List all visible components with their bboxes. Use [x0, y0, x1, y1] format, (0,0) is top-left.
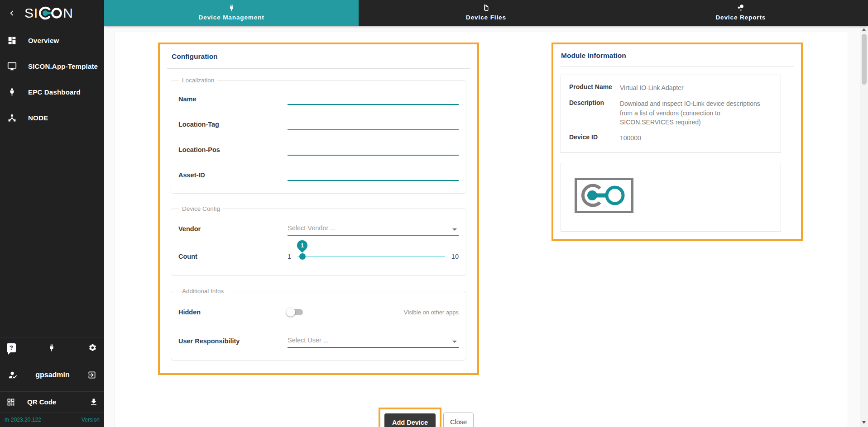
asset-id-input[interactable] — [288, 169, 459, 181]
form-row-asset-id: Asset-ID — [178, 162, 459, 188]
name-input[interactable] — [288, 93, 459, 105]
monitor-icon — [6, 61, 17, 72]
location-pos-label: Location-Pos — [178, 146, 288, 153]
tab-device-files[interactable]: Device Files — [359, 0, 613, 26]
content-area: Configuration Localization Name Location… — [104, 26, 868, 427]
module-row-description: Description Download and inspect IO-Link… — [569, 99, 772, 127]
bubble-chart-icon — [737, 3, 745, 12]
vendor-placeholder: Select Vendor ... — [288, 224, 336, 232]
tab-label: Device Management — [199, 14, 264, 21]
version-label: Version — [82, 417, 100, 423]
logo-text-right: N — [63, 6, 73, 20]
vendor-select[interactable]: Select Vendor ... — [288, 222, 459, 236]
form-row-location-pos: Location-Pos — [178, 137, 459, 162]
sidebar-header: SI N — [0, 0, 104, 26]
sidebar-utility-row: ? — [0, 337, 104, 358]
plug-icon — [228, 3, 235, 12]
divider — [561, 66, 794, 66]
sidebar-item-epc-dashboard[interactable]: EPC Dashboard — [0, 79, 104, 105]
module-logo — [575, 178, 633, 213]
add-device-button[interactable]: Add Device — [384, 413, 436, 427]
localization-fieldset: Localization Name Location-Tag Location-… — [171, 77, 466, 194]
sidebar-item-label: NODE — [28, 114, 48, 122]
version-row: m-2023.20.122 Version — [0, 412, 104, 427]
hidden-label: Hidden — [178, 308, 288, 316]
tabbar: Device Management Device Files Device Re… — [104, 0, 868, 26]
module-info-card: Product Name Virtual IO-Link Adapter Des… — [561, 75, 781, 153]
user-check-icon — [7, 370, 18, 380]
tab-device-management[interactable]: Device Management — [104, 0, 359, 26]
vertical-scrollbar[interactable] — [860, 26, 868, 427]
help-icon[interactable]: ? — [7, 343, 16, 352]
product-name-label: Product Name — [569, 83, 620, 92]
additional-infos-fieldset: Additional Infos Hidden Visible on other… — [171, 288, 466, 361]
device-hub-icon — [6, 113, 17, 123]
download-icon[interactable] — [89, 397, 99, 407]
form-row-hidden: Hidden Visible on other apps — [178, 297, 459, 327]
form-row-name: Name — [178, 86, 459, 112]
count-label: Count — [178, 253, 288, 260]
sidebar: SI N Overview SIC — [0, 0, 104, 427]
name-label: Name — [178, 95, 288, 103]
location-pos-input[interactable] — [288, 144, 459, 156]
device-id-label: Device ID — [569, 133, 620, 142]
qr-code-icon — [5, 397, 16, 408]
divider — [167, 68, 470, 69]
slider-value: 1 — [297, 240, 307, 251]
scroll-down-arrow-icon[interactable] — [862, 421, 866, 424]
app-root: SI N Overview SIC — [0, 0, 868, 427]
vendor-label: Vendor — [178, 225, 288, 232]
module-row-device-id: Device ID 100000 — [569, 133, 772, 142]
plug-icon[interactable] — [47, 343, 57, 353]
device-config-legend: Device Config — [179, 205, 223, 212]
module-row-product-name: Product Name Virtual IO-Link Adapter — [569, 83, 772, 92]
description-value: Download and inspect IO-Link device desc… — [620, 99, 772, 127]
slider-thumb[interactable] — [299, 253, 306, 260]
sidebar-item-label: Overview — [28, 37, 59, 44]
sicon-logo-mark-icon — [38, 5, 62, 21]
tab-device-reports[interactable]: Device Reports — [614, 0, 868, 26]
description-label: Description — [569, 99, 620, 127]
user-select[interactable]: Select User ... — [288, 334, 459, 348]
additional-infos-legend: Additional Infos — [179, 288, 226, 294]
form-row-user-responsibility: User Responsibility Select User ... — [178, 327, 459, 355]
device-config-fieldset: Device Config Vendor Select Vendor ... — [171, 205, 466, 276]
toggle-knob — [286, 308, 295, 317]
hidden-toggle[interactable] — [288, 309, 303, 315]
dropdown-arrow-icon — [452, 341, 457, 343]
localization-legend: Localization — [179, 77, 217, 84]
scrollbar-thumb[interactable] — [862, 34, 867, 85]
slider-track[interactable]: 1 — [297, 256, 445, 257]
co-logo-icon — [580, 182, 628, 209]
help-glyph: ? — [10, 345, 13, 351]
chevron-left-icon[interactable] — [5, 7, 18, 19]
settings-gear-icon[interactable] — [87, 343, 97, 353]
version-number: m-2023.20.122 — [5, 417, 41, 423]
module-logo-card — [561, 163, 781, 232]
main-area: Device Management Device Files Device Re… — [104, 0, 868, 427]
qr-code-button[interactable]: QR Code — [0, 391, 104, 412]
user-row: gpsadmin — [0, 358, 104, 391]
module-information-title: Module Information — [561, 52, 794, 60]
sidebar-item-overview[interactable]: Overview — [0, 28, 104, 53]
logout-icon[interactable] — [87, 370, 97, 380]
file-icon — [482, 3, 490, 12]
asset-id-label: Asset-ID — [178, 171, 288, 179]
location-tag-label: Location-Tag — [178, 121, 288, 128]
slider-max-label: 10 — [451, 253, 459, 260]
sidebar-item-app-template[interactable]: SICON.App-Template — [0, 53, 104, 79]
plug-icon — [6, 87, 17, 98]
user-placeholder: Select User ... — [288, 337, 329, 344]
form-row-location-tag: Location-Tag — [178, 112, 459, 137]
sicon-logo: SI N — [24, 5, 73, 21]
close-button[interactable]: Close — [443, 413, 474, 427]
sidebar-item-node[interactable]: NODE — [0, 105, 104, 131]
location-tag-input[interactable] — [288, 119, 459, 130]
slider-value-bubble: 1 — [295, 238, 310, 253]
form-row-vendor: Vendor Select Vendor ... — [178, 215, 459, 242]
user-responsibility-label: User Responsibility — [178, 337, 288, 345]
scroll-up-arrow-icon[interactable] — [862, 28, 866, 31]
sidebar-spacer — [0, 131, 104, 337]
slider-min-label: 1 — [288, 253, 291, 260]
tab-label: Device Files — [466, 14, 506, 21]
